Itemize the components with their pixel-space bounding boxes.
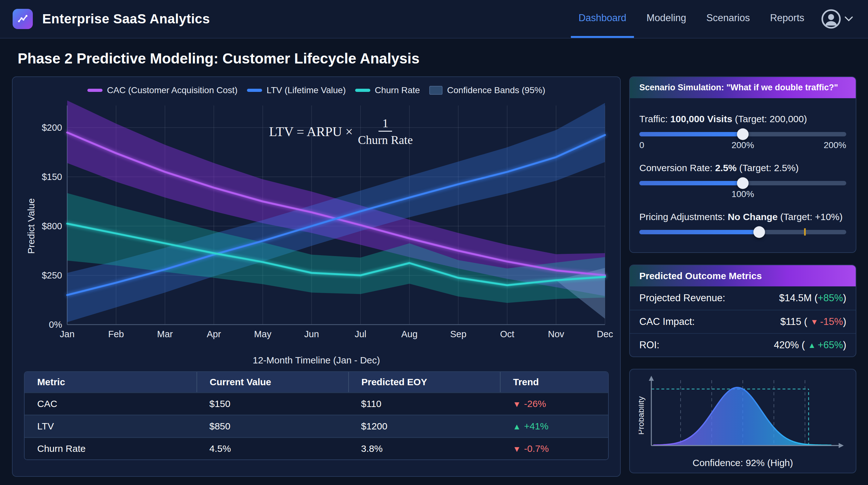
table-row-ltv: LTV $850 $1200 ▲+41% [25,415,608,438]
x-tick-label: Apr [207,329,221,339]
nav-tab-reports[interactable]: Reports [762,0,812,38]
user-menu[interactable] [821,0,853,38]
confidence-bell-chart: Probability [639,374,847,455]
traffic-slider[interactable] [639,132,846,136]
pricing-slider-knob[interactable] [753,226,765,238]
y-tick-label: $200 [42,122,62,133]
y-axis-arrow [649,376,654,381]
probability-axis-label: Probability [639,396,646,434]
pricing-target-marker [804,228,806,235]
x-tick-label: Aug [401,329,417,339]
trend-cell: ▲+41% [500,415,608,438]
cac-swatch [87,89,102,92]
traffic-slider-group: Traffic: 100,000 Visits (Target: 200,000… [639,114,846,151]
pricing-slider-group: Pricing Adjustments: No Change (Target: … [639,211,846,234]
metric-row-roi: ROI: 420% (▲+65%) [630,333,856,356]
trend-cell: ▼-26% [500,393,608,415]
trend-cell: ▼-0.7% [500,438,608,460]
y-tick-label: $150 [42,172,62,182]
y-tick-label: 0% [49,319,62,330]
trend-down-icon: ▼ [811,317,818,326]
trend-down-icon: ▼ [513,444,521,454]
conversion-slider[interactable] [639,181,846,186]
x-tick-label: Jan [60,329,75,339]
metrics-table: Metric Current Value Predicted EOY Trend… [24,371,609,460]
conversion-slider-group: Conversion Rate: 2.5% (Target: 2.5%) 100… [639,163,846,200]
x-tick-label: Dec [597,329,613,339]
predicted-outcome-panel: Predicted Outcome Metrics Projected Reve… [629,265,856,357]
chart-legend: CAC (Customer Acquisition Cost) LTV (Lif… [17,85,616,95]
x-axis-title: 12-Month Timeline (Jan - Dec) [17,355,616,366]
legend-item-cac: CAC (Customer Acquisition Cost) [87,85,238,95]
chevron-down-icon[interactable] [845,17,853,22]
nav-tab-scenarios[interactable]: Scenarios [699,0,757,38]
traffic-slider-knob[interactable] [737,129,749,140]
legend-item-ltv: LTV (Lifetime Value) [247,85,346,95]
x-tick-label: Sep [450,329,466,339]
trend-down-icon: ▼ [513,399,521,409]
conversion-slider-knob[interactable] [737,177,749,189]
col-metric: Metric [25,372,197,393]
nav-tab-modeling[interactable]: Modeling [639,0,694,38]
scenario-panel-header: Scenario Simulation: "What if we double … [630,77,856,98]
metric-row-cac-impact: CAC Impact: $115 (▼-15%) [630,310,856,333]
churn-swatch [355,89,370,92]
x-tick-label: Mar [157,329,173,339]
x-tick-label: Jul [354,329,366,339]
band-swatch [429,86,442,95]
x-tick-label: Oct [500,329,514,339]
col-current: Current Value [197,372,348,393]
nav-tab-dashboard[interactable]: Dashboard [571,0,634,38]
y-tick-label: $800 [42,221,62,231]
page-title: Phase 2 Predictive Modeling: Customer Li… [18,50,868,67]
x-tick-label: Nov [548,329,564,339]
legend-item-churn: Churn Rate [355,85,420,95]
top-nav-bar: Enterprise SaaS Analytics Dashboard Mode… [0,0,868,38]
lifecycle-chart-panel: CAC (Customer Acquisition Cost) LTV (Lif… [12,77,621,477]
col-trend: Trend [500,372,608,393]
x-tick-label: Jun [304,329,319,339]
main-nav: Dashboard Modeling Scenarios Reports [571,0,812,38]
confidence-caption: Confidence: 92% (High) [639,458,847,468]
legend-item-confidence-bands: Confidence Bands (95%) [429,85,545,95]
trend-up-icon: ▲ [513,422,521,431]
user-avatar-icon[interactable] [821,9,841,29]
x-tick-label: May [254,329,272,339]
confidence-distribution-panel: Probability Confidence: 92% (High) [629,369,856,473]
app-title: Enterprise SaaS Analytics [42,11,210,27]
trend-up-icon: ▲ [808,341,816,350]
table-header-row: Metric Current Value Predicted EOY Trend [25,372,608,393]
line-chart-icon [17,13,28,25]
scenario-simulation-panel: Scenario Simulation: "What if we double … [629,77,856,253]
ltv-formula: LTV = ARPU × 1 Churn Rate [269,116,413,147]
outcome-panel-header: Predicted Outcome Metrics [630,265,856,286]
y-tick-label: $250 [42,270,62,280]
x-tick-label: Feb [108,329,124,339]
metric-row-revenue: Projected Revenue: $14.5M (+85%) [630,286,856,310]
table-row-churn: Churn Rate 4.5% 3.8% ▼-0.7% [25,438,608,460]
col-eoy: Predicted EOY [348,372,500,393]
x-axis-arrow [839,443,844,448]
table-row-cac: CAC $150 $110 ▼-26% [25,393,608,415]
app-logo-chart-icon [12,9,33,29]
y-axis-title: Predict Value [26,198,36,254]
ltv-swatch [247,89,262,92]
pricing-slider[interactable] [639,230,846,234]
